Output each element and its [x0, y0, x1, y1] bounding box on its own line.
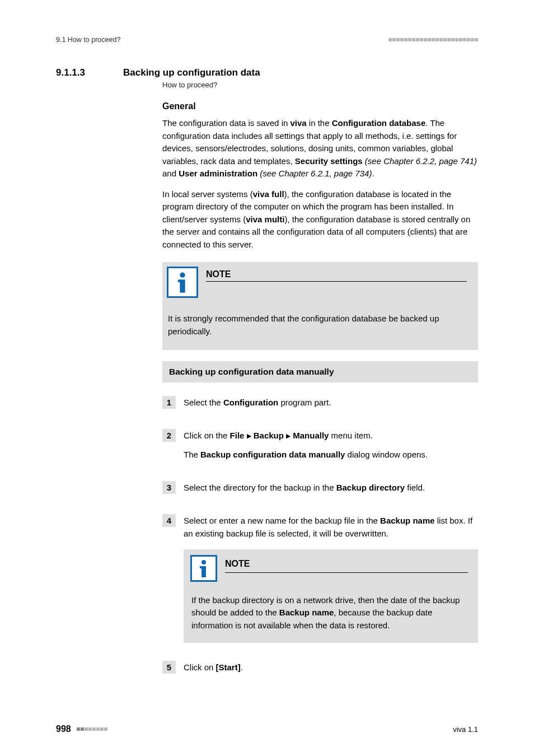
- footer-version: viva 1.1: [453, 725, 478, 734]
- note-box-step4: NOTE If the backup directory is on a net…: [184, 549, 478, 643]
- note-title: NOTE: [206, 269, 467, 282]
- section-number: 9.1.1.3: [56, 67, 106, 78]
- step-number: 3: [162, 481, 176, 494]
- header-ornament: [388, 38, 478, 41]
- info-icon: [167, 267, 198, 298]
- info-icon: [190, 555, 217, 582]
- procedure-title: Backing up configuration data manually: [162, 361, 478, 382]
- step-4: 4 Select or enter a new name for the bac…: [162, 514, 478, 646]
- step-number: 2: [162, 429, 176, 442]
- section-title: Backing up configuration data: [123, 67, 260, 78]
- general-heading: General: [162, 101, 478, 111]
- note-body: If the backup directory is on a network …: [184, 586, 478, 643]
- section-subtitle: How to proceed?: [162, 81, 478, 89]
- step-number: 1: [162, 396, 176, 409]
- svg-point-0: [180, 273, 185, 278]
- step-1: 1 Select the Configuration program part.: [162, 396, 478, 414]
- svg-rect-5: [200, 566, 204, 568]
- step-2: 2 Click on the File ▶ Backup ▶ Manually …: [162, 429, 478, 466]
- step-3: 3 Select the directory for the backup in…: [162, 481, 478, 500]
- step-number: 5: [162, 661, 176, 674]
- general-paragraph-2: In local server systems (viva full), the…: [162, 188, 478, 251]
- svg-rect-2: [178, 279, 183, 282]
- step-5: 5 Click on [Start].: [162, 661, 478, 679]
- page-footer: 998 viva 1.1: [56, 724, 478, 734]
- triangle-icon: ▶: [247, 432, 251, 439]
- footer-ornament: [77, 727, 107, 731]
- general-paragraph-1: The configuration data is saved in viva …: [162, 117, 478, 180]
- page-number: 998: [56, 724, 71, 734]
- section-heading: 9.1.1.3 Backing up configuration data: [56, 67, 478, 78]
- svg-point-3: [202, 560, 206, 564]
- step-number: 4: [162, 514, 176, 527]
- triangle-icon: ▶: [286, 432, 291, 439]
- note-body: It is strongly recommended that the conf…: [162, 301, 478, 350]
- header-breadcrumb: 9.1 How to proceed?: [56, 36, 120, 44]
- note-box-main: NOTE It is strongly recommended that the…: [162, 262, 478, 350]
- note-title: NOTE: [225, 557, 468, 573]
- page-header: 9.1 How to proceed?: [56, 36, 478, 44]
